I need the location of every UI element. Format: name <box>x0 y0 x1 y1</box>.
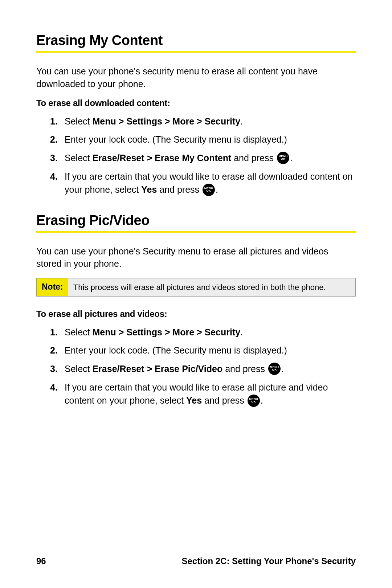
list-item: Select Erase/Reset > Erase My Content an… <box>36 151 356 165</box>
steps-list-content: Select Menu > Settings > More > Security… <box>36 115 356 197</box>
step-text: and press <box>222 364 268 374</box>
menu-path: Menu > Settings > More > Security <box>92 116 240 126</box>
step-text: . <box>240 327 243 337</box>
step-text: Enter your lock code. (The Security menu… <box>65 345 287 355</box>
intro-paragraph: You can use your phone's Security menu t… <box>36 245 356 270</box>
intro-paragraph: You can use your phone's security menu t… <box>36 65 356 90</box>
yes-label: Yes <box>141 184 157 195</box>
heading-rule <box>36 51 356 53</box>
step-text: . <box>281 364 284 374</box>
page-content: Erasing My Content You can use your phon… <box>36 33 356 549</box>
page-number: 96 <box>36 556 46 566</box>
list-item: Select Menu > Settings > More > Security… <box>36 326 356 339</box>
subhead-erase-content: To erase all downloaded content: <box>36 98 356 108</box>
step-text: and press <box>202 395 247 405</box>
heading-erasing-my-content: Erasing My Content <box>36 33 356 48</box>
step-text: Select <box>65 327 92 337</box>
step-text: and press <box>157 184 202 195</box>
step-text: . <box>261 395 263 405</box>
list-item: Select Menu > Settings > More > Security… <box>36 115 356 128</box>
yes-label: Yes <box>186 395 202 405</box>
note-text: This process will erase all pictures and… <box>68 278 355 297</box>
step-text: Select <box>65 153 92 163</box>
note-label: Note: <box>37 278 68 297</box>
step-text: Select <box>65 116 92 126</box>
list-item: Enter your lock code. (The Security menu… <box>36 344 356 357</box>
step-text: Enter your lock code. (The Security menu… <box>65 134 287 144</box>
list-item: If you are certain that you would like t… <box>36 381 356 408</box>
footer-title: Section 2C: Setting Your Phone's Securit… <box>181 556 356 566</box>
step-text: . <box>216 184 218 195</box>
step-text: Select <box>65 364 92 374</box>
menu-ok-button-icon: MENUOK <box>277 152 289 164</box>
heading-erasing-pic-video: Erasing Pic/Video <box>36 213 356 228</box>
step-text: and press <box>231 153 276 163</box>
menu-path: Menu > Settings > More > Security <box>92 327 240 337</box>
list-item: If you are certain that you would like t… <box>36 170 356 197</box>
list-item: Enter your lock code. (The Security menu… <box>36 133 356 146</box>
steps-list-picvideo: Select Menu > Settings > More > Security… <box>36 326 356 408</box>
menu-ok-button-icon: MENUOK <box>203 184 215 196</box>
step-text: . <box>290 153 293 163</box>
menu-ok-button-icon: MENUOK <box>248 395 260 407</box>
heading-rule <box>36 231 356 233</box>
subhead-erase-picvideo: To erase all pictures and videos: <box>36 309 356 319</box>
menu-ok-button-icon: MENUOK <box>268 363 281 375</box>
menu-path: Erase/Reset > Erase Pic/Video <box>92 364 222 374</box>
page-footer: 96 Section 2C: Setting Your Phone's Secu… <box>36 549 356 566</box>
menu-path: Erase/Reset > Erase My Content <box>92 153 231 163</box>
step-text: . <box>240 116 243 126</box>
list-item: Select Erase/Reset > Erase Pic/Video and… <box>36 362 356 376</box>
note-box: Note: This process will erase all pictur… <box>36 278 356 297</box>
